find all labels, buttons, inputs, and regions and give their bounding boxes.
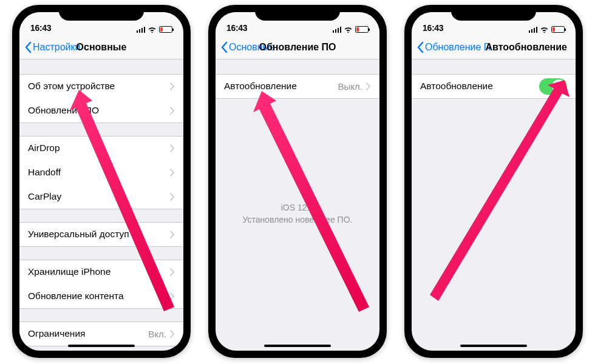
cell-auto-update[interactable]: АвтообновлениеВыкл.: [216, 74, 379, 98]
cell-airdrop[interactable]: AirDrop: [19, 136, 183, 160]
status-time: 16:43: [423, 23, 443, 33]
chevron-right-icon: [170, 83, 175, 90]
battery-icon: [159, 26, 172, 33]
home-indicator[interactable]: [460, 345, 527, 347]
cell-software-update[interactable]: Обновление ПО: [19, 98, 183, 123]
notch: [451, 5, 536, 21]
notch: [59, 5, 144, 21]
cell-iphone-storage[interactable]: Хранилище iPhone: [19, 260, 183, 284]
phone-frame: 16:43 Настройки Основные Об этом устройс…: [12, 5, 191, 358]
cell-carplay[interactable]: CarPlay: [19, 184, 183, 209]
chevron-right-icon: [170, 193, 175, 201]
screen: 16:43 Обновление ПО Автообновление Автоо…: [412, 12, 576, 351]
nav-title: Основные: [76, 42, 127, 53]
cell-auto-update-toggle[interactable]: Автообновление: [412, 74, 576, 98]
cell-value: Вкл.: [148, 329, 166, 339]
nav-title: Автообновление: [485, 42, 567, 53]
content[interactable]: Автообновление: [412, 59, 576, 351]
chevron-right-icon: [170, 268, 175, 276]
chevron-left-icon: [220, 41, 228, 53]
battery-icon: [551, 26, 565, 33]
status-time: 16:43: [226, 23, 247, 33]
wifi-icon: [148, 26, 157, 33]
back-button[interactable]: Обновление ПО: [416, 41, 491, 53]
status-message: iOS 12.0 Установлено новейшее ПО.: [216, 201, 379, 226]
chevron-right-icon: [170, 169, 175, 177]
cell-accessibility[interactable]: Универсальный доступ: [19, 222, 183, 246]
chevron-left-icon: [24, 41, 32, 53]
cellular-signal-icon: [333, 27, 342, 33]
status-time: 16:43: [30, 23, 51, 33]
back-button[interactable]: Настройки: [24, 41, 80, 53]
nav-bar: Настройки Основные: [19, 35, 183, 59]
cellular-signal-icon: [529, 27, 538, 33]
toggle-switch[interactable]: [539, 78, 567, 95]
home-indicator[interactable]: [68, 345, 135, 347]
chevron-right-icon: [170, 144, 175, 152]
back-label: Настройки: [33, 42, 80, 53]
cell-value: Выкл.: [338, 81, 362, 92]
cell-background-refresh[interactable]: Обновление контента: [19, 284, 183, 308]
content[interactable]: АвтообновлениеВыкл. iOS 12.0 Установлено…: [216, 59, 379, 351]
notch: [255, 5, 340, 21]
cellular-signal-icon: [137, 27, 146, 33]
status-icons: [529, 26, 565, 33]
wifi-icon: [540, 26, 549, 33]
nav-title: Обновление ПО: [259, 42, 336, 53]
content[interactable]: Об этом устройстве Обновление ПО AirDrop…: [19, 59, 183, 351]
battery-icon: [355, 26, 369, 33]
home-indicator[interactable]: [264, 345, 331, 347]
nav-bar: Обновление ПО Автообновление: [412, 35, 576, 59]
chevron-right-icon: [170, 231, 175, 238]
phone-frame: 16:43 Основные Обновление ПО Автообновле…: [208, 5, 387, 358]
screen: 16:43 Основные Обновление ПО Автообновле…: [216, 12, 379, 351]
cell-restrictions[interactable]: ОграниченияВкл.: [19, 322, 183, 346]
status-icons: [137, 26, 173, 33]
chevron-right-icon: [170, 107, 175, 115]
back-label: Обновление ПО: [425, 42, 491, 53]
wifi-icon: [344, 26, 353, 33]
phone-frame: 16:43 Обновление ПО Автообновление Автоо…: [404, 5, 583, 358]
chevron-right-icon: [170, 330, 175, 338]
cell-about[interactable]: Об этом устройстве: [19, 74, 183, 98]
chevron-right-icon: [366, 83, 371, 90]
status-icons: [333, 26, 369, 33]
chevron-left-icon: [416, 41, 424, 53]
screen: 16:43 Настройки Основные Об этом устройс…: [19, 12, 183, 351]
nav-bar: Основные Обновление ПО: [216, 35, 379, 59]
chevron-right-icon: [170, 292, 175, 300]
cell-handoff[interactable]: Handoff: [19, 160, 183, 184]
